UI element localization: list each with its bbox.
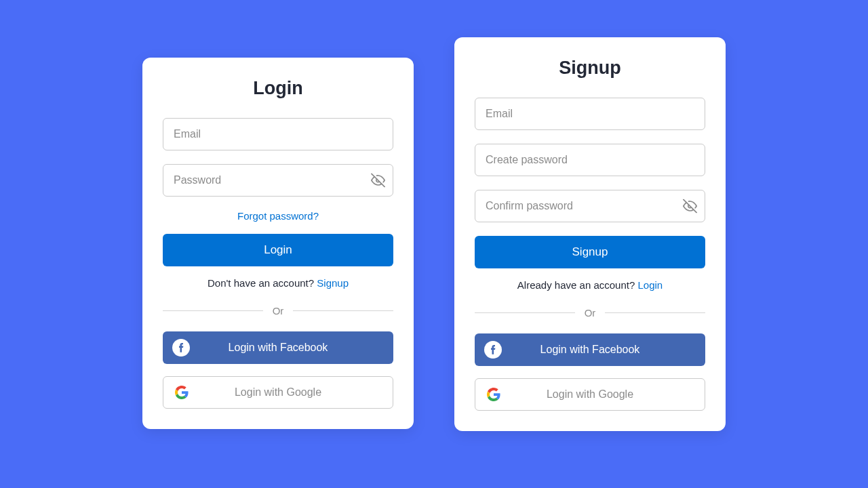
signup-facebook-button[interactable]: Login with Facebook [475,333,705,366]
login-password-field [163,164,393,197]
login-title: Login [163,78,393,99]
login-prompt-text: Already have an account? [517,279,638,291]
confirm-password-input[interactable] [475,190,705,222]
divider-line [475,312,575,313]
signup-button[interactable]: Signup [475,236,705,268]
password-input[interactable] [163,164,393,197]
login-divider: Or [163,305,393,317]
login-prompt: Already have an account? Login [475,279,705,291]
google-button-label: Login with Google [475,388,705,401]
divider-text: Or [575,307,606,319]
signup-prompt: Don't have an account? Signup [163,277,393,289]
divider-line [163,310,263,311]
google-icon [485,386,502,403]
login-button[interactable]: Login [163,234,393,266]
login-email-field [163,118,393,150]
create-password-input[interactable] [475,144,705,176]
signup-email-field [475,98,705,130]
email-input[interactable] [475,98,705,130]
facebook-button-label: Login with Facebook [163,342,393,354]
facebook-icon [484,341,502,359]
login-link[interactable]: Login [637,279,663,291]
forgot-password-link[interactable]: Forgot password? [163,210,393,222]
divider-line [293,310,393,311]
signup-divider: Or [475,307,705,319]
google-button-label: Login with Google [163,386,393,399]
facebook-icon [172,339,190,357]
signup-link[interactable]: Signup [317,277,349,289]
signup-google-button[interactable]: Login with Google [475,378,705,411]
confirm-password-field [475,190,705,222]
facebook-button-label: Login with Facebook [475,344,705,356]
eye-off-icon[interactable] [683,199,697,214]
signup-prompt-text: Don't have an account? [208,277,317,289]
google-icon [173,384,191,401]
signup-card: Signup Signup Already have an account? L… [454,37,726,431]
email-input[interactable] [163,118,393,150]
login-google-button[interactable]: Login with Google [163,376,393,409]
login-card: Login Forgot password? Login Don't have … [142,58,414,429]
create-password-field [475,144,705,176]
divider-line [605,312,705,313]
divider-text: Or [263,305,294,317]
login-facebook-button[interactable]: Login with Facebook [163,331,393,364]
signup-title: Signup [475,58,705,79]
eye-off-icon[interactable] [371,174,385,188]
